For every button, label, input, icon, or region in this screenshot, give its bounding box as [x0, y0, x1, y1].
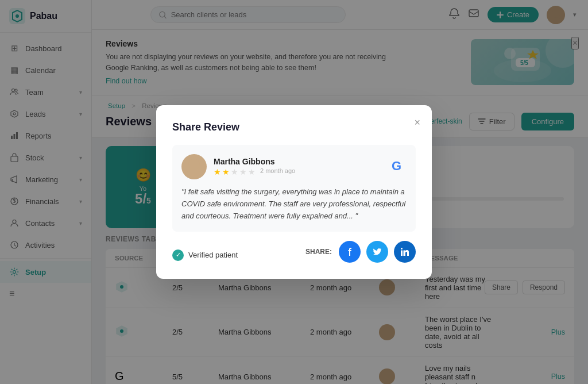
review-text: "I felt safe visiting the surgery, every…: [181, 186, 407, 222]
share-linkedin-button[interactable]: [394, 241, 416, 263]
share-twitter-button[interactable]: [366, 241, 388, 263]
modal-title: Share Review: [172, 121, 416, 133]
svg-rect-33: [401, 250, 403, 256]
star-2: ★: [222, 167, 230, 176]
svg-point-30: [184, 169, 204, 179]
svg-point-34: [401, 248, 403, 249]
star-4: ★: [239, 167, 247, 176]
svg-point-31: [188, 159, 200, 170]
star-5: ★: [248, 167, 256, 176]
reviewer-name: Martha Gibbons: [214, 157, 384, 166]
verified-text: Verified patient: [188, 251, 238, 259]
facebook-icon: [345, 247, 354, 256]
review-card: Martha Gibbons ★ ★ ★ ★ ★ 2 month ago G: [172, 145, 416, 231]
star-1: ★: [214, 167, 221, 176]
share-review-modal: Share Review × Martha Gibbons ★ ★ ★ ★ ★: [156, 105, 432, 278]
modal-overlay[interactable]: Share Review × Martha Gibbons ★ ★ ★ ★ ★: [0, 0, 588, 384]
share-label: SHARE:: [305, 248, 332, 256]
reviewer-header: Martha Gibbons ★ ★ ★ ★ ★ 2 month ago G: [181, 154, 407, 179]
linkedin-icon: [400, 247, 409, 256]
svg-text:G: G: [392, 159, 401, 173]
reviewer-info: Martha Gibbons ★ ★ ★ ★ ★ 2 month ago: [214, 157, 384, 176]
reviewer-avatar: [181, 154, 207, 179]
verified-icon: ✓: [172, 249, 184, 261]
share-section: SHARE:: [305, 241, 416, 263]
reviewer-time: 2 month ago: [260, 167, 295, 176]
twitter-icon: [373, 247, 382, 256]
google-icon: G: [390, 158, 407, 176]
stars-row: ★ ★ ★ ★ ★ 2 month ago: [214, 167, 384, 176]
star-3: ★: [231, 167, 238, 176]
verified-row: ✓ Verified patient: [172, 249, 238, 261]
modal-close-button[interactable]: ×: [414, 117, 420, 129]
share-facebook-button[interactable]: [339, 241, 361, 263]
share-buttons: [339, 241, 416, 263]
footer-row: ✓ Verified patient SHARE:: [172, 241, 416, 263]
